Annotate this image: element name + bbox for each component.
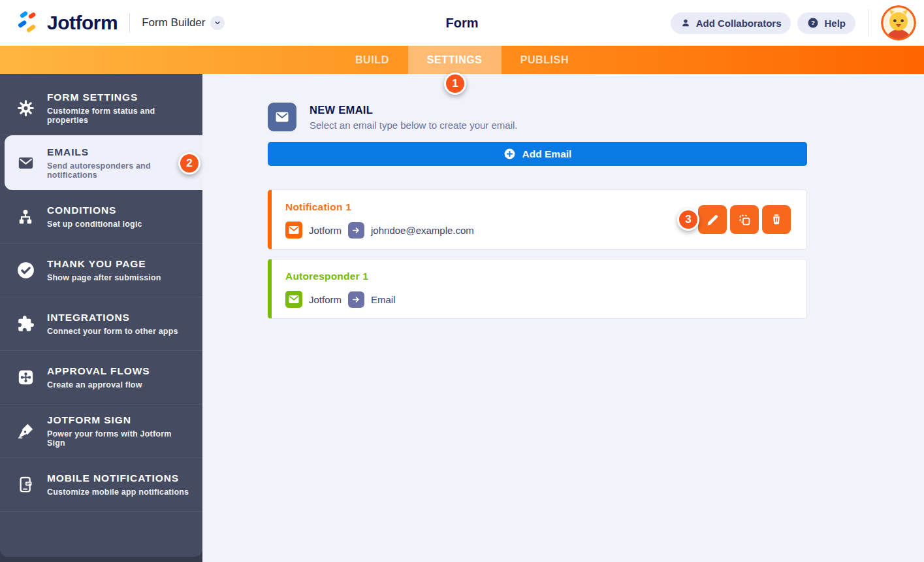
sidebar-item-label: JOTFORM SIGN	[47, 414, 192, 426]
step-badge-1: 1	[444, 73, 466, 95]
app-header: Jotform Form Builder Form Add Collaborat…	[0, 0, 924, 46]
email-card-autoresponder[interactable]: Autoresponder 1 Jotform	[268, 259, 807, 319]
new-email-title: NEW EMAIL	[310, 104, 518, 116]
add-collaborators-label: Add Collaborators	[696, 18, 782, 29]
sidebar-item-label: MOBILE NOTIFICATIONS	[47, 472, 189, 484]
tab-settings[interactable]: SETTINGS	[408, 46, 502, 74]
jotform-logo[interactable]: Jotform	[14, 10, 118, 35]
email-to: Email	[371, 294, 396, 305]
arrow-right-icon	[348, 291, 364, 308]
envelope-icon	[268, 103, 296, 131]
header-divider	[129, 13, 130, 33]
email-list: Notification 1 Jotform	[268, 190, 807, 319]
sidebar-item-label: FORM SETTINGS	[47, 91, 192, 103]
envelope-icon	[285, 222, 302, 239]
sidebar-item-desc: Create an approval flow	[47, 380, 150, 389]
pencil-icon	[706, 213, 720, 227]
sidebar-item-label: EMAILS	[47, 146, 192, 158]
sidebar-item-desc: Connect your form to other apps	[47, 327, 178, 336]
sidebar-item-desc: Customize form status and properties	[47, 107, 192, 125]
trash-icon	[770, 213, 783, 226]
form-builder-dropdown[interactable]: Form Builder	[142, 16, 225, 30]
svg-text:?: ?	[812, 19, 816, 26]
sidebar-item-desc: Send autoresponders and notifications	[47, 161, 192, 180]
sidebar-item-thank-you-page[interactable]: THANK YOU PAGE Show page after submissio…	[0, 244, 202, 297]
chevron-down-icon	[210, 16, 225, 30]
header-divider	[868, 9, 868, 37]
check-circle-icon	[16, 261, 35, 279]
email-from: Jotform	[309, 225, 342, 236]
settings-sidebar: FORM SETTINGS Customize form status and …	[0, 74, 202, 562]
mobile-phone-icon	[16, 476, 35, 493]
sidebar-item-emails[interactable]: EMAILS Send autoresponders and notificat…	[5, 135, 202, 190]
duplicate-icon	[738, 213, 752, 227]
gear-icon	[16, 99, 35, 117]
brand-name: Jotform	[47, 12, 118, 34]
sidebar-item-conditions[interactable]: CONDITIONS Set up conditional logic	[0, 190, 202, 244]
email-card-actions	[698, 205, 791, 234]
edit-email-button[interactable]	[698, 205, 727, 234]
email-to: johndoe@example.com	[371, 225, 474, 236]
sidebar-item-label: CONDITIONS	[47, 205, 142, 216]
pen-icon	[16, 422, 35, 440]
sidebar-item-desc: Power your forms with Jotform Sign	[47, 429, 192, 448]
sidebar-item-approval-flows[interactable]: APPROVAL FLOWS Create an approval flow	[0, 351, 202, 405]
approval-flow-icon	[16, 369, 35, 386]
sidebar-item-mobile-notifications[interactable]: MOBILE NOTIFICATIONS Customize mobile ap…	[0, 458, 202, 512]
user-avatar[interactable]	[881, 5, 916, 41]
help-button[interactable]: ? Help	[797, 12, 855, 34]
sidebar-item-label: APPROVAL FLOWS	[47, 365, 150, 377]
conditions-tree-icon	[16, 208, 35, 225]
new-email-subtitle: Select an email type below to create you…	[310, 120, 518, 131]
email-name: Autoresponder 1	[285, 271, 791, 282]
puzzle-icon	[16, 315, 35, 333]
email-from: Jotform	[309, 294, 342, 305]
help-label: Help	[824, 18, 846, 29]
sidebar-item-desc: Set up conditional logic	[47, 220, 142, 229]
question-icon: ?	[807, 17, 819, 29]
arrow-right-icon	[348, 222, 364, 239]
sidebar-item-jotform-sign[interactable]: JOTFORM SIGN Power your forms with Jotfo…	[0, 405, 202, 458]
sidebar-item-label: INTEGRATIONS	[47, 312, 178, 323]
plus-circle-icon	[503, 148, 516, 160]
step-badge-3: 3	[677, 208, 699, 231]
sidebar-panel: FORM SETTINGS Customize form status and …	[0, 74, 202, 557]
builder-nav: BUILD SETTINGS PUBLISH	[0, 46, 924, 74]
email-card-notification[interactable]: Notification 1 Jotform	[268, 190, 807, 250]
tab-build[interactable]: BUILD	[336, 46, 408, 74]
add-email-label: Add Email	[522, 148, 572, 160]
envelope-icon	[16, 154, 35, 172]
add-email-button[interactable]: Add Email	[268, 142, 807, 166]
new-email-header: NEW EMAIL Select an email type below to …	[268, 103, 807, 131]
sidebar-item-desc: Customize mobile app notifications	[47, 488, 189, 497]
sidebar-item-integrations[interactable]: INTEGRATIONS Connect your form to other …	[0, 297, 202, 351]
product-label: Form Builder	[142, 16, 205, 29]
sidebar-item-desc: Show page after submission	[47, 273, 161, 282]
step-badge-2: 2	[178, 152, 200, 174]
envelope-icon	[285, 291, 302, 308]
jotform-logo-icon	[14, 10, 39, 35]
person-icon	[680, 18, 691, 28]
sidebar-item-label: THANK YOU PAGE	[47, 258, 161, 270]
delete-email-button[interactable]	[762, 205, 791, 234]
tab-publish[interactable]: PUBLISH	[502, 46, 588, 74]
emails-settings-panel: NEW EMAIL Select an email type below to …	[202, 74, 924, 562]
duplicate-email-button[interactable]	[730, 205, 759, 234]
add-collaborators-button[interactable]: Add Collaborators	[671, 12, 791, 34]
sidebar-item-form-settings[interactable]: FORM SETTINGS Customize form status and …	[0, 82, 202, 135]
